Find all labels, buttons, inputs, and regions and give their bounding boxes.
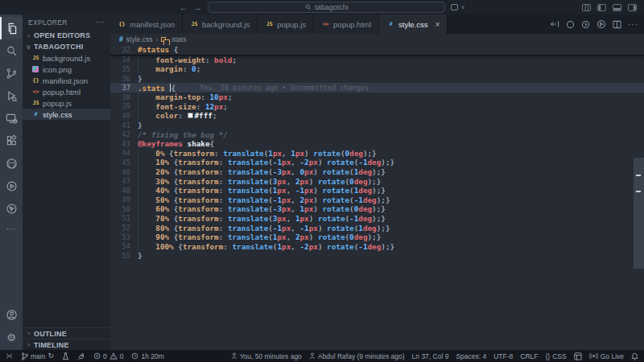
file-item-popup.html[interactable]: <>popup.html — [23, 86, 110, 97]
code-line: 4950% {transform: translate(-1px, 2px) r… — [110, 195, 644, 205]
code-token: deg — [354, 232, 368, 241]
timer-status[interactable]: 1h 20m — [131, 352, 163, 360]
code-token: { — [210, 139, 215, 148]
toggle-secondary-sidebar-icon[interactable] — [628, 4, 637, 11]
file-item-style.css[interactable]: #style.css — [23, 109, 110, 120]
circle-arrow-icon[interactable] — [581, 20, 590, 29]
beaker-status[interactable] — [62, 352, 69, 360]
account-icon[interactable] — [0, 303, 23, 326]
encoding[interactable]: UTF-8 — [493, 352, 513, 360]
code-token: : — [219, 158, 228, 167]
code-token: rotate — [327, 224, 354, 232]
tab-background.js[interactable]: JSbackground.js — [183, 14, 258, 34]
code-token: -1 — [273, 224, 282, 232]
code-token: deg — [358, 214, 372, 223]
settings-gear-icon[interactable]: ⚙ — [0, 326, 23, 348]
blame-you[interactable]: You, 50 minutes ago — [231, 352, 302, 360]
folder-section[interactable]: ∨ TABAGOTCHI — [23, 41, 110, 52]
git-branch-icon — [21, 352, 28, 360]
code-line: 32#status { — [110, 45, 644, 55]
indentation[interactable]: Spaces: 4 — [456, 352, 486, 360]
layout-control-icon[interactable]: ∨ — [451, 4, 464, 10]
split-editor-icon[interactable] — [613, 20, 621, 29]
open-editors-section[interactable]: › OPEN EDITORS — [23, 30, 110, 41]
tab-popup.html[interactable]: <>popup.html — [314, 14, 379, 34]
file-item-icon.png[interactable]: icon.png — [23, 64, 110, 75]
source-control-icon[interactable] — [0, 62, 23, 84]
run-circle-icon[interactable] — [0, 175, 23, 197]
code-token: deg — [354, 177, 368, 186]
code-token: : — [219, 177, 228, 186]
tab-popup.js[interactable]: JSpopup.js — [258, 14, 314, 34]
status-left: main ↻ 0 0 1h 20m — [6, 352, 164, 360]
go-live[interactable]: Go Live — [589, 352, 624, 360]
browser-preview[interactable] — [574, 352, 582, 360]
titlebar-layout-controls — [582, 0, 637, 14]
tab-close-icon[interactable]: × — [436, 20, 440, 29]
file-item-popup.js[interactable]: JSpopup.js — [23, 97, 110, 109]
code-token: 10 — [209, 93, 218, 101]
file-item-background.js[interactable]: JSbackground.js — [23, 52, 110, 64]
breadcrumb-symbol[interactable]: .stats — [170, 35, 186, 43]
timeline-section[interactable]: › TIMELINE — [23, 339, 110, 350]
code-token: 60% — [155, 204, 169, 213]
code-token: );} — [377, 195, 390, 204]
remote-indicator[interactable] — [6, 352, 13, 360]
nav-forward-icon[interactable]: → — [193, 3, 202, 12]
remote-icon — [6, 352, 13, 360]
toggle-panel-icon[interactable] — [613, 4, 621, 11]
search-icon[interactable] — [0, 39, 23, 62]
sticky-scroll[interactable]: 32#status { — [110, 45, 644, 56]
more-actions-icon[interactable]: ··· — [6, 224, 17, 233]
sync-icon[interactable]: ↻ — [47, 352, 54, 360]
explorer-more-icon[interactable]: ··· — [96, 18, 105, 27]
code-token: #status — [138, 45, 169, 54]
git-branch-status[interactable]: main ↻ — [21, 352, 54, 360]
toggle-sidebar-icon[interactable] — [597, 4, 606, 11]
clock-icon — [131, 352, 138, 360]
eol-sequence[interactable]: CRLF — [520, 352, 538, 360]
code-token: ) — [309, 177, 318, 186]
tab-style.css[interactable]: #style.css× — [379, 14, 448, 34]
code-token: translate — [228, 177, 268, 186]
code-token: translate — [228, 214, 268, 223]
extensions-icon[interactable] — [0, 130, 23, 152]
code-token: translate — [228, 204, 268, 213]
notifications[interactable] — [631, 352, 638, 360]
code-token: rotate — [322, 195, 349, 204]
code-token: -1 — [358, 242, 367, 251]
code-token: -3 — [273, 167, 282, 176]
command-center-search[interactable]: tabagotchi — [208, 2, 445, 13]
live-share-icon[interactable] — [0, 197, 23, 220]
indent-guide — [138, 158, 155, 167]
scrollbar-slider[interactable] — [634, 158, 644, 269]
run-debug-icon[interactable] — [0, 84, 23, 107]
code-token: 30% — [155, 177, 169, 186]
error-icon — [93, 352, 101, 360]
code-line: 4730% {transform: translate(3px, 2px) ro… — [110, 176, 644, 186]
nav-back-icon[interactable]: ← — [179, 3, 188, 12]
cursor-position[interactable]: Ln 37, Col 9 — [412, 352, 449, 360]
run-file-icon[interactable] — [597, 19, 606, 29]
code-text: } — [138, 251, 142, 260]
circle-icon[interactable] — [566, 20, 575, 29]
outline-section[interactable]: › OUTLINE — [23, 327, 110, 339]
code-line: 440% {transform: translate(1px, 1px) rot… — [110, 149, 644, 158]
language-mode[interactable]: {} CSS — [546, 352, 567, 360]
line-number: 46 — [110, 168, 138, 176]
navigate-icon[interactable] — [550, 20, 559, 28]
blame-author[interactable]: Abdul Rafay (9 minutes ago) — [309, 352, 405, 360]
breadcrumb-file[interactable]: style.css — [126, 35, 153, 43]
breadcrumb[interactable]: # style.css › .stats — [110, 34, 644, 45]
files-icon[interactable] — [0, 17, 23, 39]
tab-manifest.json[interactable]: {}manifest.json — [110, 14, 183, 34]
rocket-status[interactable] — [77, 352, 85, 360]
remote-explorer-icon[interactable] — [0, 107, 23, 130]
code-token: margin — [155, 64, 183, 73]
problems-status[interactable]: 0 0 — [93, 352, 123, 360]
code-area[interactable]: 32#status { 34font-weight: bold;35margin… — [110, 45, 644, 350]
github-icon[interactable] — [0, 152, 23, 175]
layout-columns-icon[interactable] — [582, 4, 591, 11]
file-item-manifest.json[interactable]: {}manifest.json — [23, 75, 110, 86]
more-actions-icon[interactable]: ··· — [628, 20, 638, 29]
